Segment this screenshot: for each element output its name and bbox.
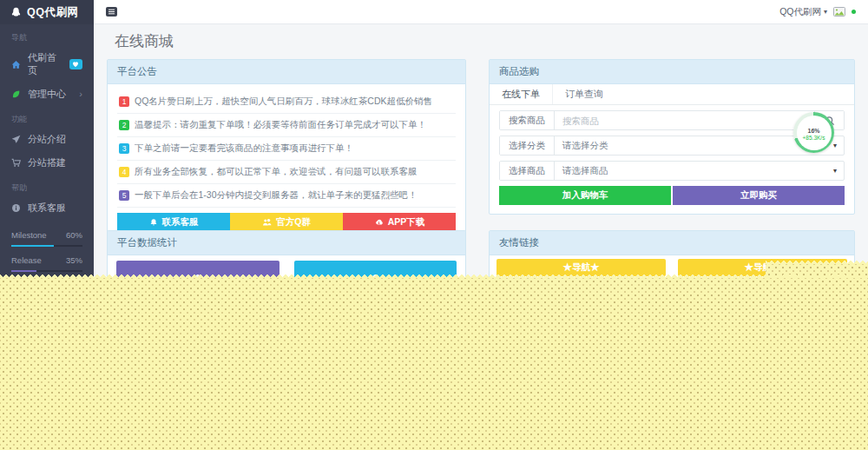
official-qq-group-button[interactable]: 官方Q群 [230, 213, 343, 232]
stats-title: 平台数据统计 [108, 231, 465, 255]
sidebar-section-nav: 导航 [0, 24, 94, 46]
sidebar-item-label: 分站搭建 [28, 156, 66, 169]
announcement-number-badge: 3 [119, 143, 129, 154]
leaf-icon [11, 89, 21, 99]
announcement-number-badge: 1 [119, 96, 129, 107]
announcement-text: 所有业务全部恢复，都可以正常下单，欢迎尝试，有问题可以联系客服 [135, 166, 418, 178]
select-product-label: 选择商品 [500, 162, 555, 180]
sidebar-item-build[interactable]: 分站搭建 [0, 151, 94, 175]
progress-track [11, 270, 82, 272]
progress-milestone: Milestone 60% [11, 230, 82, 247]
yellow-dotted-texture [0, 278, 868, 450]
qq-logo-icon [10, 7, 22, 18]
announcements-title: 平台公告 [108, 60, 465, 84]
page-title: 在线商城 [115, 31, 174, 51]
app-download-button[interactable]: APP下载 [343, 213, 456, 232]
announcement-number-badge: 4 [119, 167, 129, 177]
logo[interactable]: QQ代刷网 [0, 0, 94, 24]
announcement-number-badge: 5 [119, 190, 129, 201]
button-label: 联系客服 [162, 216, 199, 228]
sidebar-item-support[interactable]: 联系客服 [0, 196, 94, 220]
select-product-value: 请选择商品 [555, 165, 826, 177]
progress-label: Milestone [11, 230, 47, 240]
sidebar-progress: Milestone 60% Release 35% [0, 220, 94, 272]
select-category-label: 选择分类 [500, 136, 555, 155]
progress-fill [11, 270, 36, 272]
friend-links-title: 友情链接 [490, 231, 854, 255]
home-icon [11, 60, 21, 69]
tab-order-query[interactable]: 订单查询 [553, 84, 615, 104]
announcement-text: 一般下单后会在1-30分钟内提交到服务器，就让单子来的更猛烈些吧！ [135, 189, 418, 202]
select-category-value: 请选择分类 [555, 140, 826, 152]
progress-label: Release [11, 255, 42, 265]
button-label: 官方Q群 [276, 216, 311, 228]
topbar: QQ代刷网 ▾ [94, 0, 868, 24]
shop-title: 商品选购 [490, 60, 854, 84]
menu-toggle-icon[interactable] [106, 7, 117, 17]
progress-value: 60% [66, 230, 82, 240]
sidebar-item-intro[interactable]: 分站介绍 [0, 128, 94, 151]
announcement-item: 4 所有业务全部恢复，都可以正常下单，欢迎尝试，有问题可以联系客服 [117, 161, 456, 184]
progress-fill [11, 245, 54, 247]
announcement-number-badge: 2 [119, 120, 129, 130]
user-menu[interactable]: QQ代刷网 ▾ [779, 6, 827, 18]
cart-icon [11, 158, 21, 168]
sidebar-item-label: 管理中心 [28, 88, 66, 101]
select-product-group[interactable]: 选择商品 请选择商品 ▾ [499, 161, 845, 181]
user-menu-label: QQ代刷网 [779, 6, 821, 18]
announcement-item: 3 下单之前请一定要看完该商品的注意事项再进行下单！ [117, 137, 456, 161]
avatar-image-icon[interactable] [833, 7, 845, 17]
logo-text: QQ代刷网 [27, 5, 78, 20]
cloud-download-icon [374, 218, 384, 227]
caret-down-icon: ▾ [826, 167, 844, 175]
announcement-text: 下单之前请一定要看完该商品的注意事项再进行下单！ [135, 142, 353, 155]
select-category-group[interactable]: 选择分类 请选择分类 ▾ [499, 136, 845, 156]
gauge-speed: +85.3K/s [803, 136, 825, 142]
sidebar-item-label: 联系客服 [28, 202, 66, 215]
button-label: APP下载 [388, 216, 425, 228]
progress-release: Release 35% [11, 255, 82, 272]
shop-tabs: 在线下单 订单查询 [490, 84, 854, 105]
app-screen: QQ代刷网 导航 代刷首页 管理中心 › 功能 分站介绍 分站搭建 帮助 联系客… [0, 0, 868, 450]
sidebar-item-admin[interactable]: 管理中心 › [0, 83, 94, 106]
caret-down-icon: ▾ [824, 8, 827, 16]
announcement-item: 2 温馨提示：请勿重复下单哦！必须要等待前面任务订单完成才可以下单！ [117, 114, 456, 137]
sidebar-item-home[interactable]: 代刷首页 [0, 46, 94, 83]
announcement-item: 1 QQ名片赞日刷上万，超快空间人气日刷百万，球球冰红茶CDK超低价销售 [117, 90, 456, 114]
status-dot [852, 10, 856, 14]
chevron-right-icon: › [79, 89, 82, 99]
sidebar-item-label: 分站介绍 [28, 133, 66, 146]
speed-gauge: 16% +85.3K/s [793, 112, 834, 153]
paper-plane-icon [11, 135, 21, 144]
buy-now-button[interactable]: 立即购买 [673, 186, 845, 205]
progress-value: 35% [66, 255, 82, 265]
announcement-item: 5 一般下单后会在1-30分钟内提交到服务器，就让单子来的更猛烈些吧！ [117, 184, 456, 208]
progress-track [11, 245, 82, 247]
tab-online-order[interactable]: 在线下单 [490, 84, 553, 104]
gauge-unit: % [814, 128, 819, 134]
add-to-cart-button[interactable]: 加入购物车 [499, 186, 671, 205]
sidebar: QQ代刷网 导航 代刷首页 管理中心 › 功能 分站介绍 分站搭建 帮助 联系客… [0, 0, 94, 280]
info-circle-icon [11, 203, 21, 213]
search-product-label: 搜索商品 [500, 111, 555, 129]
bell-icon [149, 218, 158, 227]
announcements-panel: 平台公告 1 QQ名片赞日刷上万，超快空间人气日刷百万，球球冰红茶CDK超低价销… [107, 59, 466, 242]
search-product-group: 搜索商品 [499, 110, 845, 130]
users-icon [262, 218, 272, 227]
announcement-text: QQ名片赞日刷上万，超快空间人气日刷百万，球球冰红茶CDK超低价销售 [135, 96, 432, 108]
sidebar-item-label: 代刷首页 [28, 51, 62, 77]
announcement-text: 温馨提示：请勿重复下单哦！必须要等待前面任务订单完成才可以下单！ [135, 119, 426, 131]
sidebar-section-func: 功能 [0, 106, 94, 128]
sidebar-section-help: 帮助 [0, 175, 94, 196]
search-product-input[interactable] [555, 116, 814, 126]
heart-badge [69, 59, 82, 69]
contact-support-button[interactable]: 联系客服 [117, 213, 230, 232]
